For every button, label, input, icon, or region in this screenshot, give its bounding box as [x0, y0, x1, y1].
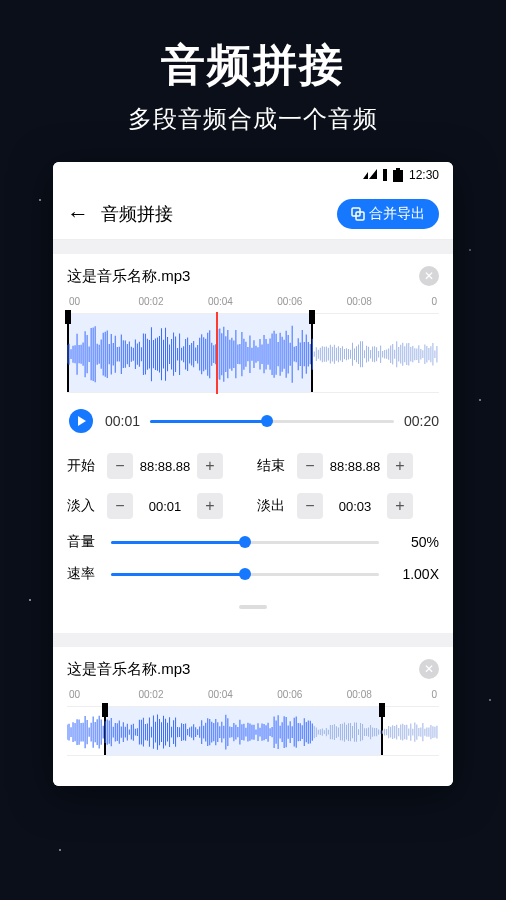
fadein-label: 淡入: [67, 497, 99, 515]
status-time: 12:30: [409, 168, 439, 182]
track2-timeline: 00 00:02 00:04 00:06 00:08 0: [67, 689, 439, 700]
track1-remove-button[interactable]: ✕: [419, 266, 439, 286]
start-label: 开始: [67, 457, 99, 475]
end-minus-button[interactable]: −: [297, 453, 323, 479]
wifi-icon: [363, 169, 377, 181]
fadein-plus-button[interactable]: +: [197, 493, 223, 519]
fadeout-label: 淡出: [257, 497, 289, 515]
speed-label: 速率: [67, 565, 99, 583]
hero-title: 音频拼接: [0, 36, 506, 95]
speed-slider[interactable]: [111, 573, 379, 576]
play-total-time: 00:20: [404, 413, 439, 429]
app-header: ← 音频拼接 合并导出: [53, 188, 453, 240]
play-button[interactable]: [67, 407, 95, 435]
progress-slider[interactable]: [150, 420, 394, 423]
play-current-time: 00:01: [105, 413, 140, 429]
battery-icon: [393, 168, 403, 182]
track1-timeline: 00 00:02 00:04 00:06 00:08 0: [67, 296, 439, 307]
phone-frame: 12:30 ← 音频拼接 合并导出 这是音乐名称.mp3 ✕ 00 00:02 …: [53, 162, 453, 786]
svg-rect-1: [393, 170, 403, 182]
status-bar: 12:30: [53, 162, 453, 188]
hero-subtitle: 多段音频合成一个音频: [0, 103, 506, 135]
track1-waveform[interactable]: [67, 313, 439, 393]
end-label: 结束: [257, 457, 289, 475]
fadein-minus-button[interactable]: −: [107, 493, 133, 519]
track2-waveform[interactable]: [67, 706, 439, 756]
start-value: 88:88.88: [135, 459, 195, 474]
merge-icon: [351, 207, 365, 221]
fadeout-value: 00:03: [325, 499, 385, 514]
fadeout-plus-button[interactable]: +: [387, 493, 413, 519]
track1-filename: 这是音乐名称.mp3: [67, 267, 190, 286]
volume-slider[interactable]: [111, 541, 379, 544]
track2-remove-button[interactable]: ✕: [419, 659, 439, 679]
volume-label: 音量: [67, 533, 99, 551]
fadein-value: 00:01: [135, 499, 195, 514]
speed-value: 1.00X: [391, 566, 439, 582]
start-plus-button[interactable]: +: [197, 453, 223, 479]
track1-playhead[interactable]: [216, 312, 218, 394]
end-plus-button[interactable]: +: [387, 453, 413, 479]
signal-icon: [383, 169, 387, 181]
svg-rect-0: [396, 168, 400, 170]
fadeout-minus-button[interactable]: −: [297, 493, 323, 519]
drag-handle[interactable]: [67, 597, 439, 617]
volume-value: 50%: [391, 534, 439, 550]
export-label: 合并导出: [369, 205, 425, 223]
track-card-1: 这是音乐名称.mp3 ✕ 00 00:02 00:04 00:06 00:08 …: [53, 254, 453, 633]
track-card-2: 这是音乐名称.mp3 ✕ 00 00:02 00:04 00:06 00:08 …: [53, 647, 453, 786]
back-button[interactable]: ←: [67, 201, 89, 227]
track2-filename: 这是音乐名称.mp3: [67, 660, 190, 679]
end-value: 88:88.88: [325, 459, 385, 474]
export-button[interactable]: 合并导出: [337, 199, 439, 229]
page-title: 音频拼接: [101, 202, 337, 226]
start-minus-button[interactable]: −: [107, 453, 133, 479]
